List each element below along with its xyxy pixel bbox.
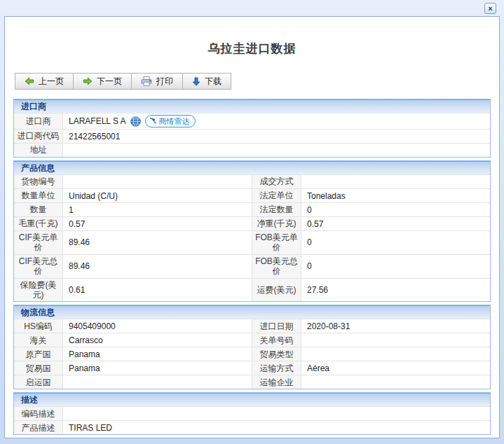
table-row: 进口商代码 21422565001 <box>14 129 490 143</box>
description-section-title: 描述 <box>14 393 490 406</box>
address-label: 地址 <box>14 144 63 157</box>
green-arrow-left-icon <box>25 77 34 85</box>
table-row: 地址 <box>14 143 490 157</box>
printer-icon <box>141 76 152 86</box>
title-bar: × <box>0 0 504 16</box>
insurance-fee-label: 保险费(美元) <box>14 279 63 302</box>
importer-section-title: 进口商 <box>14 99 490 113</box>
cif-unit-price-value: 89.46 <box>63 231 252 254</box>
legal-qty-value: 0 <box>301 203 490 216</box>
qty-unit-value: Unidad (C/U) <box>63 189 252 202</box>
deal-type-label: 成交方式 <box>252 175 301 188</box>
satellite-radar-icon <box>149 116 157 126</box>
table-row: 货物编号 成交方式 <box>14 174 490 188</box>
code-description-value <box>63 407 490 420</box>
close-icon: × <box>488 4 492 13</box>
table-row: 启运国 运输企业 <box>14 375 490 389</box>
gross-weight-label: 毛重(千克) <box>14 217 63 230</box>
close-button[interactable]: × <box>484 3 496 14</box>
print-button[interactable]: 打印 <box>132 74 183 89</box>
logistics-section-title: 物流信息 <box>14 305 490 319</box>
hs-code-label: HS编码 <box>14 319 63 333</box>
origin-country-value: Panama <box>63 347 252 361</box>
section-product-info: 产品信息 货物编号 成交方式 数量单位 Unidad (C/U) <box>13 160 491 302</box>
fob-unit-price-label: FOB美元单价 <box>252 231 301 254</box>
code-description-label: 编码描述 <box>14 407 63 420</box>
table-row: CIF美元总价 89.46 FOB美元总价 0 <box>14 254 490 278</box>
product-description-label: 产品描述 <box>14 421 63 434</box>
table-row: CIF美元单价 89.46 FOB美元单价 0 <box>14 230 490 254</box>
download-label: 下载 <box>205 76 222 88</box>
sections-container: 进口商 进口商 LARAFELL S A <box>13 99 491 435</box>
importer-name-label: 进口商 <box>14 113 63 129</box>
table-row: 产品描述 TIRAS LED <box>14 420 490 434</box>
fob-total-price-value: 0 <box>301 255 490 278</box>
net-weight-label: 净重(千克) <box>252 217 301 230</box>
legal-unit-label: 法定单位 <box>252 189 301 202</box>
cif-total-price-value: 89.46 <box>63 255 252 278</box>
legal-unit-value: Toneladas <box>301 189 490 202</box>
hs-code-value: 9405409000 <box>63 319 252 333</box>
fob-unit-price-value: 0 <box>301 231 490 254</box>
globe-icon[interactable] <box>130 116 141 127</box>
page-title: 乌拉圭进口数据 <box>5 17 499 57</box>
section-importer: 进口商 进口商 LARAFELL S A <box>13 99 491 158</box>
cif-unit-price-label: CIF美元单价 <box>14 231 63 254</box>
insurance-fee-value: 0.61 <box>63 279 252 302</box>
import-date-label: 进口日期 <box>252 319 301 333</box>
net-weight-value: 0.57 <box>301 217 490 230</box>
deal-type-value <box>301 175 490 188</box>
table-row: 进口商 LARAFELL S A <box>14 113 490 129</box>
table-row: 编码描述 <box>14 406 490 420</box>
goods-no-label: 货物编号 <box>14 175 63 188</box>
business-radar-badge[interactable]: 商情雷达 <box>145 115 196 127</box>
download-button[interactable]: 下载 <box>183 74 231 89</box>
departure-country-label: 启运国 <box>14 375 63 389</box>
importer-name-value: LARAFELL S A <box>63 113 490 129</box>
product-description-value: TIRAS LED <box>63 421 490 434</box>
section-description: 描述 编码描述 产品描述 TIRAS LED <box>13 392 491 435</box>
next-page-button[interactable]: 下一页 <box>74 74 132 89</box>
customs-doc-no-label: 关单号码 <box>252 333 301 347</box>
importer-name-text: LARAFELL S A <box>69 116 126 126</box>
gross-weight-value: 0.57 <box>63 217 252 230</box>
table-row: 数量单位 Unidad (C/U) 法定单位 Toneladas <box>14 188 490 202</box>
customs-value: Carrasco <box>63 333 252 347</box>
import-date-value: 2020-08-31 <box>301 319 490 333</box>
transport-mode-value: Aérea <box>301 361 490 375</box>
prev-page-button[interactable]: 上一页 <box>15 74 74 89</box>
cif-total-price-label: CIF美元总价 <box>14 255 63 278</box>
origin-country-label: 原产国 <box>14 347 63 361</box>
table-row: 数量 1 法定数量 0 <box>14 202 490 216</box>
trade-country-label: 贸易国 <box>14 361 63 375</box>
goods-no-value <box>63 175 252 188</box>
business-radar-label: 商情雷达 <box>159 116 190 126</box>
prev-page-label: 上一页 <box>39 76 64 88</box>
print-label: 打印 <box>156 76 173 88</box>
customs-doc-no-value <box>301 333 490 347</box>
trade-type-label: 贸易类型 <box>252 347 301 361</box>
transport-company-value <box>301 375 490 389</box>
quantity-value: 1 <box>63 203 252 216</box>
product-section-title: 产品信息 <box>14 161 490 174</box>
section-logistics-info: 物流信息 HS编码 9405409000 进口日期 2020-08-31 海关 … <box>13 305 491 389</box>
table-row: HS编码 9405409000 进口日期 2020-08-31 <box>14 319 490 333</box>
address-value <box>63 144 490 157</box>
trade-type-value <box>301 347 490 361</box>
dialog-content-panel: 乌拉圭进口数据 上一页 下一页 打印 下载 <box>4 16 500 438</box>
importer-code-label: 进口商代码 <box>14 130 63 143</box>
table-row: 贸易国 Panama 运输方式 Aérea <box>14 361 490 375</box>
qty-unit-label: 数量单位 <box>14 189 63 202</box>
table-row: 毛重(千克) 0.57 净重(千克) 0.57 <box>14 216 490 230</box>
fob-total-price-label: FOB美元总价 <box>252 255 301 278</box>
green-arrow-right-icon <box>83 77 93 85</box>
next-page-label: 下一页 <box>97 76 122 88</box>
trade-country-value: Panama <box>63 361 252 375</box>
customs-label: 海关 <box>14 333 63 347</box>
importer-code-value: 21422565001 <box>63 130 490 143</box>
departure-country-value <box>63 375 252 389</box>
blue-arrow-down-icon <box>192 77 200 86</box>
transport-company-label: 运输企业 <box>252 375 301 389</box>
freight-fee-value: 27.56 <box>301 279 490 302</box>
quantity-label: 数量 <box>14 203 63 216</box>
